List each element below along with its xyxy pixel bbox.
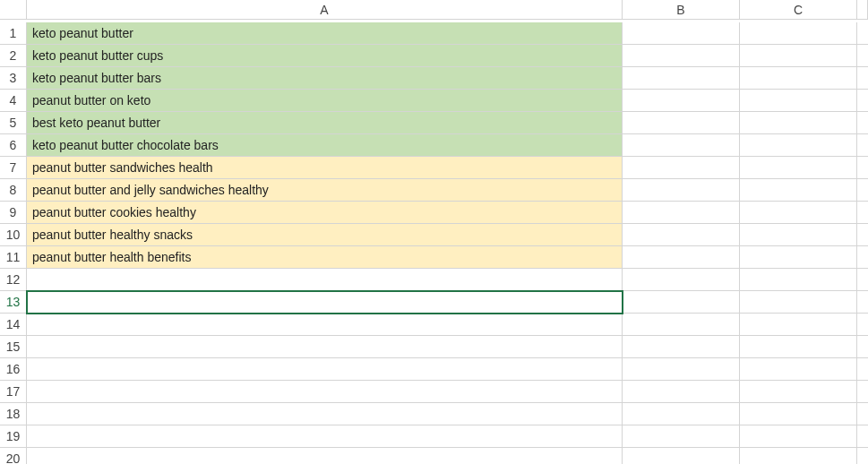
- row-header[interactable]: 20: [0, 448, 27, 464]
- column-header-b[interactable]: B: [623, 0, 740, 20]
- row-header[interactable]: 15: [0, 336, 27, 358]
- row-header[interactable]: 2: [0, 45, 27, 67]
- row-header[interactable]: 4: [0, 90, 27, 112]
- cell-partial[interactable]: [857, 425, 868, 448]
- cell[interactable]: [623, 291, 740, 314]
- cell[interactable]: [740, 336, 857, 358]
- cell-partial[interactable]: [857, 246, 868, 269]
- cell[interactable]: [623, 314, 740, 336]
- cell[interactable]: peanut butter sandwiches health: [27, 157, 623, 179]
- cell[interactable]: [27, 448, 623, 464]
- select-all-corner[interactable]: [0, 0, 27, 20]
- cell[interactable]: [740, 381, 857, 403]
- cell-partial[interactable]: [857, 224, 868, 246]
- cell-partial[interactable]: [857, 291, 868, 314]
- cell[interactable]: keto peanut butter: [27, 22, 623, 45]
- cell-partial[interactable]: [857, 90, 868, 112]
- cell[interactable]: [623, 381, 740, 403]
- cell-partial[interactable]: [857, 45, 868, 67]
- cell[interactable]: [623, 22, 740, 45]
- column-header-c[interactable]: C: [740, 0, 857, 20]
- cell[interactable]: [27, 358, 623, 381]
- cell[interactable]: [27, 403, 623, 425]
- cell[interactable]: [740, 202, 857, 224]
- cell[interactable]: [27, 291, 623, 314]
- cell[interactable]: [623, 157, 740, 179]
- cell[interactable]: [623, 134, 740, 157]
- row-header[interactable]: 6: [0, 134, 27, 157]
- row-header[interactable]: 16: [0, 358, 27, 381]
- cell[interactable]: [740, 157, 857, 179]
- row-header[interactable]: 1: [0, 22, 27, 45]
- cell[interactable]: [623, 45, 740, 67]
- cell-partial[interactable]: [857, 448, 868, 464]
- cell[interactable]: [623, 224, 740, 246]
- row-header[interactable]: 12: [0, 269, 27, 291]
- cell[interactable]: [740, 22, 857, 45]
- cell[interactable]: [740, 358, 857, 381]
- cell[interactable]: [623, 90, 740, 112]
- cell-partial[interactable]: [857, 202, 868, 224]
- cell[interactable]: peanut butter health benefits: [27, 246, 623, 269]
- row-header[interactable]: 9: [0, 202, 27, 224]
- row-header[interactable]: 11: [0, 246, 27, 269]
- cell[interactable]: [740, 403, 857, 425]
- cell[interactable]: [623, 448, 740, 464]
- cell-partial[interactable]: [857, 134, 868, 157]
- row-header[interactable]: 13: [0, 291, 27, 314]
- cell[interactable]: [740, 425, 857, 448]
- cell[interactable]: best keto peanut butter: [27, 112, 623, 134]
- cell[interactable]: peanut butter and jelly sandwiches healt…: [27, 179, 623, 202]
- row-header[interactable]: 10: [0, 224, 27, 246]
- cell-partial[interactable]: [857, 269, 868, 291]
- cell-partial[interactable]: [857, 67, 868, 90]
- row-header[interactable]: 7: [0, 157, 27, 179]
- cell[interactable]: [740, 246, 857, 269]
- column-header-a[interactable]: A: [27, 0, 623, 20]
- cell-partial[interactable]: [857, 22, 868, 45]
- cell[interactable]: [27, 425, 623, 448]
- row-header[interactable]: 19: [0, 425, 27, 448]
- cell[interactable]: [623, 269, 740, 291]
- column-header-partial[interactable]: [857, 0, 868, 20]
- cell-partial[interactable]: [857, 179, 868, 202]
- cell[interactable]: [623, 112, 740, 134]
- cell-partial[interactable]: [857, 157, 868, 179]
- cell[interactable]: [740, 314, 857, 336]
- cell[interactable]: [623, 358, 740, 381]
- cell[interactable]: [623, 425, 740, 448]
- cell[interactable]: peanut butter cookies healthy: [27, 202, 623, 224]
- cell[interactable]: [27, 269, 623, 291]
- cell[interactable]: [740, 112, 857, 134]
- cell[interactable]: keto peanut butter bars: [27, 67, 623, 90]
- cell-partial[interactable]: [857, 403, 868, 425]
- cell[interactable]: [623, 179, 740, 202]
- row-header[interactable]: 18: [0, 403, 27, 425]
- cell[interactable]: keto peanut butter cups: [27, 45, 623, 67]
- cell[interactable]: keto peanut butter chocolate bars: [27, 134, 623, 157]
- row-header[interactable]: 5: [0, 112, 27, 134]
- row-header[interactable]: 17: [0, 381, 27, 403]
- cell[interactable]: [740, 269, 857, 291]
- cell[interactable]: peanut butter on keto: [27, 90, 623, 112]
- cell[interactable]: [27, 336, 623, 358]
- cell[interactable]: [623, 67, 740, 90]
- cell-partial[interactable]: [857, 112, 868, 134]
- cell[interactable]: [27, 381, 623, 403]
- cell[interactable]: [740, 90, 857, 112]
- cell[interactable]: [623, 403, 740, 425]
- cell[interactable]: [740, 67, 857, 90]
- cell[interactable]: peanut butter healthy snacks: [27, 224, 623, 246]
- cell-partial[interactable]: [857, 381, 868, 403]
- cell[interactable]: [623, 336, 740, 358]
- cell[interactable]: [27, 314, 623, 336]
- cell[interactable]: [740, 179, 857, 202]
- cell[interactable]: [740, 45, 857, 67]
- cell[interactable]: [623, 202, 740, 224]
- row-header[interactable]: 14: [0, 314, 27, 336]
- cell[interactable]: [740, 448, 857, 464]
- cell[interactable]: [740, 134, 857, 157]
- cell[interactable]: [740, 291, 857, 314]
- cell-partial[interactable]: [857, 358, 868, 381]
- cell[interactable]: [623, 246, 740, 269]
